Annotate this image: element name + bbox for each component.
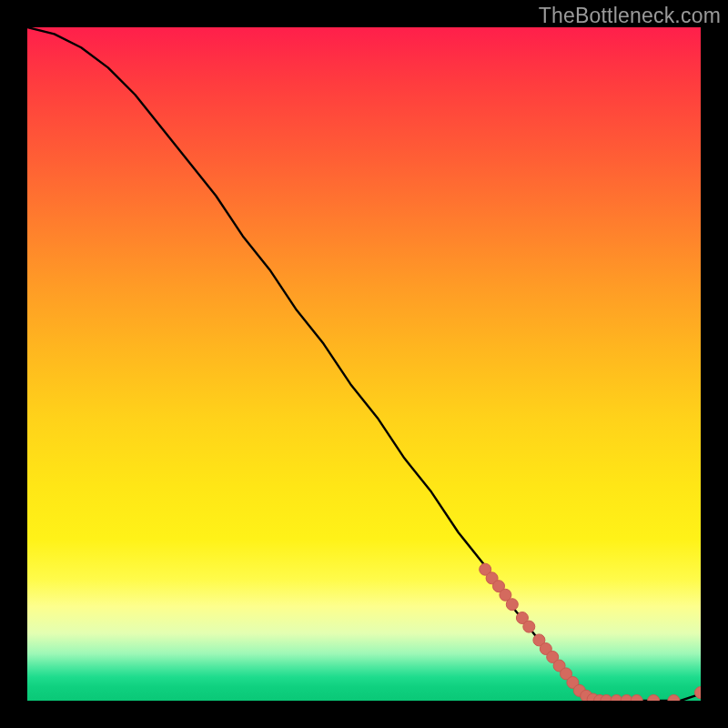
chart-frame: TheBottleneck.com <box>0 0 728 728</box>
data-marker <box>631 695 642 702</box>
plot-area <box>27 27 701 701</box>
data-markers <box>480 563 701 701</box>
data-marker <box>523 621 535 632</box>
data-marker <box>668 695 680 702</box>
chart-svg <box>27 27 701 701</box>
bottleneck-curve <box>27 27 701 701</box>
watermark-text: TheBottleneck.com <box>539 4 721 28</box>
data-marker <box>648 695 660 702</box>
data-marker <box>506 599 518 611</box>
